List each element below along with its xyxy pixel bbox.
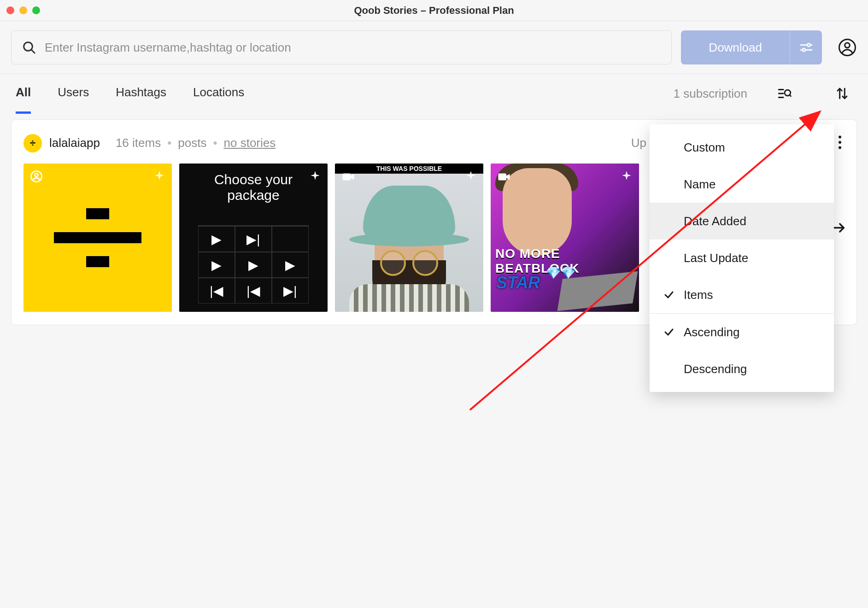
tab-users[interactable]: Users [58,85,89,114]
sparkle-icon [465,170,477,184]
toolbar: Download [0,21,868,74]
thumbnail-1[interactable] [23,164,172,312]
thumbnail-4[interactable]: NO MORE BEATBLOCK 💎💎 STAR [491,164,639,312]
svg-point-7 [845,43,850,48]
subscription-count: 1 subscription [674,87,747,113]
user-circle-icon [838,38,856,57]
card-more-button[interactable] [835,133,845,153]
filter-search-button[interactable] [774,86,795,113]
svg-rect-19 [499,174,507,181]
svg-rect-18 [343,174,351,181]
username[interactable]: lalalaiapp [49,136,100,150]
thumbnail-2[interactable]: Choose your package ▶▶| ▶▶▶ |◀|◀▶| [179,164,328,312]
thumb2-caption: Choose your package [179,164,328,203]
playback-controls-grid: ▶▶| ▶▶▶ |◀|◀▶| [198,225,309,304]
sliders-icon [799,40,814,55]
window-title: Qoob Stories – Professional Plan [0,5,868,17]
profile-button[interactable] [838,38,857,57]
window-minimize-button[interactable] [19,6,27,14]
traffic-lights [6,6,40,14]
tab-all[interactable]: All [16,85,31,114]
sparkle-icon [153,170,165,184]
thumbnail-3[interactable]: THIS WAS POSSIBLE [335,164,483,312]
posts-label: posts [178,136,206,150]
search-box[interactable] [11,30,672,64]
sort-option-name[interactable]: Name [650,166,834,203]
sort-button[interactable] [832,86,852,113]
svg-line-1 [31,50,35,53]
download-settings-button[interactable] [790,30,822,64]
sort-option-custom[interactable]: Custom [650,129,834,166]
search-input[interactable] [45,41,661,55]
sparkle-icon [309,170,321,184]
download-group: Download [681,30,822,64]
sort-arrows-icon [835,86,850,101]
sort-order-descending[interactable]: Descending [650,351,834,387]
video-icon [497,170,511,186]
sort-option-items[interactable]: Items [650,276,834,313]
search-icon [22,40,36,55]
svg-point-15 [839,146,841,149]
svg-point-3 [807,43,810,46]
svg-line-12 [790,95,791,96]
tab-locations[interactable]: Locations [193,85,244,114]
sort-option-date-added[interactable]: Date Added [650,203,834,240]
sparkle-icon [621,170,633,184]
svg-point-17 [35,174,38,177]
window-maximize-button[interactable] [32,6,40,14]
tabs-row: All Users Hashtags Locations 1 subscript… [0,74,868,114]
svg-point-5 [802,48,805,51]
tab-hashtags[interactable]: Hashtags [116,85,166,114]
title-bar: Qoob Stories – Professional Plan [0,0,868,21]
profile-badge-icon [30,170,43,185]
download-button[interactable]: Download [681,30,790,64]
check-icon [663,289,684,300]
diamond-emoji: 💎💎 [546,266,575,280]
thumb4-subtext: STAR [496,273,540,292]
more-vertical-icon [838,135,842,149]
sort-dropdown: Custom Name Date Added Last Update Items… [650,124,834,392]
card-meta: 16 items • posts • no stories [107,136,276,150]
window-close-button[interactable] [6,6,14,14]
divide-symbol [54,208,141,267]
check-icon [663,327,684,338]
sort-option-last-update[interactable]: Last Update [650,240,834,276]
update-status: Up [631,136,646,150]
items-count: 16 items [116,136,161,150]
svg-point-14 [839,141,841,144]
thumb3-top-text: THIS WAS POSSIBLE [335,164,483,174]
sort-order-ascending[interactable]: Ascending [650,314,834,351]
video-icon [341,170,355,186]
list-search-icon [777,86,792,101]
no-stories-link[interactable]: no stories [224,136,276,150]
svg-point-13 [839,135,841,138]
avatar: ÷ [23,134,42,152]
